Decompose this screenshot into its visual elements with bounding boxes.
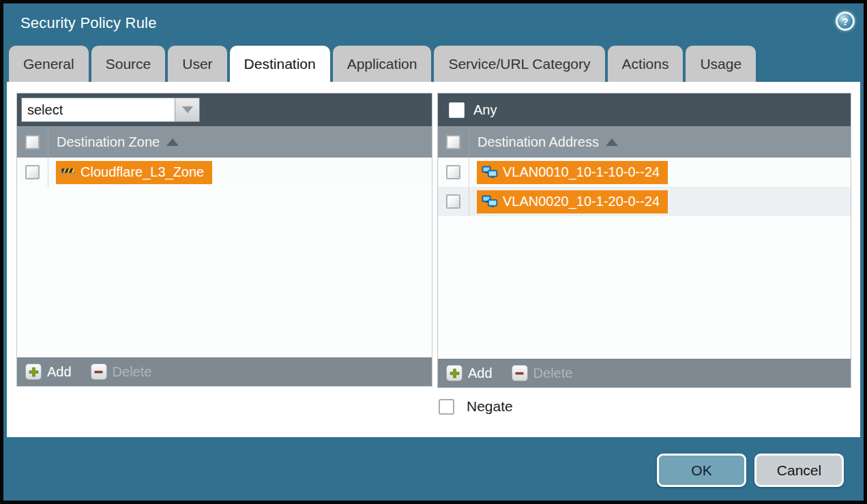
dialog-titlebar: Security Policy Rule ?: [3, 3, 864, 46]
destination-address-panel: Any Destination Address: [437, 93, 851, 388]
add-plus-icon: [25, 364, 42, 380]
dialog-title: Security Policy Rule: [20, 14, 157, 32]
negate-label: Negate: [467, 398, 513, 415]
negate-checkbox[interactable]: [439, 399, 454, 415]
tab[interactable]: Usage: [686, 46, 756, 82]
destination-zone-panel: select Destination Zone: [16, 93, 432, 387]
zone-select-dropdown[interactable]: select: [21, 98, 200, 122]
chevron-down-icon: [182, 106, 193, 113]
tab-label: Source: [106, 56, 151, 72]
cancel-button[interactable]: Cancel: [754, 454, 844, 487]
address-row-checkbox[interactable]: [446, 165, 460, 179]
tab[interactable]: User: [168, 46, 226, 82]
zone-column-label: Destination Zone: [57, 134, 160, 150]
any-checkbox[interactable]: [449, 102, 465, 118]
zone-column-header[interactable]: Destination Zone: [17, 126, 432, 158]
zone-select-value: select: [22, 98, 175, 121]
address-row: VLAN0010_10-1-10-0--24: [438, 158, 851, 187]
zone-toolbar: select: [17, 93, 432, 126]
security-policy-rule-dialog: Security Policy Rule ? General Source Us…: [0, 0, 867, 504]
address-item-label: VLAN0020_10-1-20-0--24: [503, 194, 660, 209]
zone-row: Cloudflare_L3_Zone: [17, 158, 432, 187]
tab-bar: General Source User Destination Applicat…: [9, 46, 756, 82]
address-item[interactable]: VLAN0010_10-1-10-0--24: [477, 161, 668, 184]
negate-row: Negate: [439, 398, 513, 415]
tab[interactable]: Application: [333, 46, 432, 82]
add-plus-icon: [446, 365, 462, 381]
address-column-label: Destination Address: [477, 134, 599, 150]
address-column-header[interactable]: Destination Address: [438, 126, 851, 158]
help-icon[interactable]: ?: [836, 12, 855, 31]
ok-button[interactable]: OK: [657, 454, 746, 487]
address-row-checkbox[interactable]: [446, 194, 460, 209]
zone-delete-button[interactable]: Delete: [91, 364, 152, 380]
tab-label: Actions: [622, 56, 669, 72]
zone-select-all-checkbox[interactable]: [25, 135, 40, 149]
tab-label: Service/URL Category: [448, 56, 590, 72]
tab[interactable]: General: [9, 46, 89, 82]
address-toolbar: Any: [438, 93, 851, 126]
dropdown-button[interactable]: [175, 98, 199, 121]
zone-barrier-icon: [61, 166, 76, 177]
zone-item[interactable]: Cloudflare_L3_Zone: [56, 161, 212, 184]
tab[interactable]: Source: [91, 46, 166, 82]
address-item-label: VLAN0010_10-1-10-0--24: [503, 164, 660, 180]
dialog-content: select Destination Zone: [7, 82, 860, 437]
zone-list: Cloudflare_L3_Zone: [17, 158, 432, 357]
sort-ascending-icon: [606, 138, 618, 146]
any-label: Any: [473, 102, 497, 118]
sort-ascending-icon: [166, 138, 179, 146]
tab-label: Application: [347, 56, 417, 72]
address-row: VLAN0020_10-1-20-0--24: [438, 187, 851, 216]
network-address-icon: [482, 195, 498, 208]
address-select-all-checkbox[interactable]: [446, 135, 460, 149]
address-footer: Add Delete: [438, 359, 851, 387]
address-delete-button[interactable]: Delete: [512, 365, 573, 381]
tab[interactable]: Service/URL Category: [434, 46, 604, 82]
tab-label: Destination: [244, 56, 316, 72]
zone-row-checkbox[interactable]: [25, 165, 40, 179]
network-address-icon: [482, 166, 498, 179]
address-add-button[interactable]: Add: [446, 365, 493, 381]
tab-label: User: [182, 56, 212, 72]
address-item[interactable]: VLAN0020_10-1-20-0--24: [477, 190, 668, 213]
tab[interactable]: Actions: [608, 46, 684, 82]
tab[interactable]: Destination: [230, 46, 330, 82]
zone-footer: Add Delete: [17, 357, 432, 386]
delete-minus-icon: [91, 364, 107, 380]
tab-label: Usage: [700, 56, 741, 72]
tab-label: General: [23, 56, 74, 72]
address-list: VLAN0010_10-1-10-0--24: [438, 158, 851, 359]
delete-minus-icon: [512, 365, 528, 381]
zone-add-button[interactable]: Add: [25, 364, 72, 380]
zone-item-label: Cloudflare_L3_Zone: [80, 164, 204, 180]
